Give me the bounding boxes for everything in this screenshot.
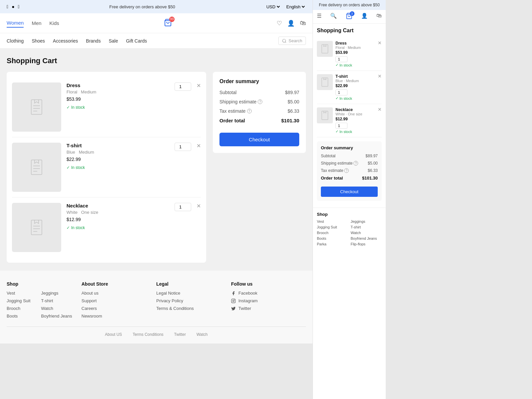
language-select[interactable]: English French	[285, 4, 306, 10]
footer-boyfriend-jeans[interactable]: Boyfriend Jeans	[41, 314, 72, 319]
footer-instagram[interactable]: Instagram	[231, 298, 306, 303]
sf-jeggings[interactable]: Jeggings	[351, 219, 382, 223]
cat-clothing[interactable]: Clothing	[7, 38, 24, 44]
nav-tab-kids[interactable]: Kids	[50, 19, 59, 27]
sf-vest[interactable]: Vest	[317, 219, 348, 223]
sf-watch[interactable]: Watch	[351, 231, 382, 235]
footer-legal-col: Legal Legal Notice Privacy Policy Terms …	[156, 281, 231, 321]
remove-item-1[interactable]: ✕	[197, 82, 201, 89]
nav-tab-men[interactable]: Men	[32, 19, 41, 27]
sf-brooch[interactable]: Brooch	[317, 231, 348, 235]
search-label: Search	[289, 38, 302, 43]
sidebar-item-img-3	[317, 107, 333, 123]
sf-boyfriend-jeans[interactable]: Boyfriend Jeans	[351, 236, 382, 240]
category-links: Clothing Shoes Accessories Brands Sale G…	[7, 38, 147, 44]
footer-support[interactable]: Support	[81, 298, 156, 303]
sidebar-remove-3[interactable]: ✕	[378, 107, 382, 112]
footer-vest[interactable]: Vest	[7, 291, 31, 296]
promo-text: Free delivery on orders above $50	[109, 4, 175, 9]
footer-facebook[interactable]: Facebook	[231, 291, 306, 296]
sidebar-tax-info[interactable]: ?	[344, 168, 349, 173]
cart-item-2: T-shirt Blue Medium $22.99 ✓ In stock ✕	[12, 137, 201, 198]
footer-boots[interactable]: Boots	[7, 314, 31, 319]
sidebar-footer-col2: Jeggings T-shirt Watch Boyfriend Jeans F…	[351, 219, 382, 248]
footer-jogging-suit[interactable]: Jogging Suit	[7, 298, 31, 303]
instagram-icon[interactable]: ●	[12, 4, 14, 9]
item-price-1: $53.99	[66, 96, 169, 102]
sidebar-footer: Shop Vest Jogging Suit Brooch Boots Park…	[313, 207, 386, 252]
footer-watch[interactable]: Watch	[41, 306, 72, 311]
sidebar-checkout-button[interactable]: Checkout	[321, 187, 378, 197]
footer-legal-notice[interactable]: Legal Notice	[156, 291, 231, 296]
nav-tab-women[interactable]: Women	[7, 19, 24, 28]
currency-select[interactable]: USD EUR	[265, 4, 281, 10]
footer-terms[interactable]: Terms & Conditions	[156, 306, 231, 311]
wishlist-icon[interactable]: ♡	[277, 20, 282, 27]
footer-privacy-policy[interactable]: Privacy Policy	[156, 298, 231, 303]
sf-flipflops[interactable]: Flip-flops	[351, 242, 382, 246]
summary-title: Order summary	[219, 78, 299, 84]
footer-careers[interactable]: Careers	[81, 306, 156, 311]
sidebar-item-stock-3: ✓ In stock	[335, 129, 382, 134]
sidebar-qty-3[interactable]	[335, 123, 347, 129]
sidebar-qty-2[interactable]	[335, 89, 347, 95]
cart-badge: 99	[169, 17, 175, 22]
tax-info-icon[interactable]: ?	[247, 109, 252, 113]
checkout-button[interactable]: Checkout	[219, 133, 299, 146]
footer-brooch[interactable]: Brooch	[7, 306, 31, 311]
sidebar-search-icon[interactable]: 🔍	[330, 13, 337, 21]
qty-input-3[interactable]	[175, 203, 191, 211]
cat-shoes[interactable]: Shoes	[32, 38, 45, 44]
footer: Shop Vest Jogging Suit Brooch Boots Jegg…	[0, 271, 313, 343]
cat-giftcards[interactable]: Gift Cards	[126, 38, 147, 44]
sidebar-remove-1[interactable]: ✕	[378, 40, 382, 46]
footer-bottom-about[interactable]: About US	[105, 332, 122, 337]
sidebar-item-img-2	[317, 74, 333, 90]
remove-item-3[interactable]: ✕	[197, 203, 201, 209]
item-stock-1: ✓ In stock	[66, 105, 169, 110]
footer-bottom-terms[interactable]: Terms Conditions	[133, 332, 164, 337]
top-bar-right: USD EUR English French	[265, 4, 306, 10]
sidebar-footer-columns: Vest Jogging Suit Brooch Boots Parka Jeg…	[317, 219, 382, 248]
remove-item-2[interactable]: ✕	[197, 143, 201, 149]
sf-jogging[interactable]: Jogging Suit	[317, 225, 348, 229]
svg-line-2	[285, 42, 286, 43]
account-icon[interactable]: 👤	[287, 20, 295, 27]
sidebar-remove-2[interactable]: ✕	[378, 73, 382, 79]
sidebar-menu-icon[interactable]: ☰	[317, 13, 322, 21]
cat-sale[interactable]: Sale	[109, 38, 118, 44]
item-name-1: Dress	[66, 82, 169, 88]
footer-bottom-twitter[interactable]: Twitter	[174, 332, 186, 337]
shipping-info-icon[interactable]: ?	[258, 99, 262, 104]
search-box[interactable]: Search	[278, 37, 306, 45]
footer-jeggings[interactable]: Jeggings	[41, 291, 72, 296]
footer-bottom-watch[interactable]: Watch	[197, 332, 208, 337]
cat-accessories[interactable]: Accessories	[53, 38, 78, 44]
sidebar-item-img-1	[317, 41, 333, 57]
item-image-2	[12, 143, 61, 192]
qty-input-2[interactable]	[175, 143, 191, 151]
footer-about-us[interactable]: About us	[81, 291, 156, 296]
cart-icon[interactable]: 99	[164, 19, 172, 28]
twitter-icon[interactable]: 	[18, 4, 20, 9]
footer-tshirt[interactable]: T-shirt	[41, 298, 72, 303]
sidebar-qty-1[interactable]	[335, 56, 347, 62]
cat-brands[interactable]: Brands	[86, 38, 101, 44]
bag-icon[interactable]: 🛍	[300, 20, 306, 27]
footer-newsroom[interactable]: Newsroom	[81, 314, 156, 319]
sidebar-shipping-info[interactable]: ?	[353, 161, 358, 166]
sidebar-summary-shipping: Shipping estimate ? $5.00	[321, 161, 378, 166]
sf-boots[interactable]: Boots	[317, 236, 348, 240]
facebook-icon[interactable]: 	[7, 4, 8, 9]
nav-tabs: Women Men Kids	[7, 19, 59, 28]
sf-tshirt[interactable]: T-shirt	[351, 225, 382, 229]
sidebar-summary-title: Order summary	[321, 145, 378, 150]
footer-about-title: About Store	[81, 281, 156, 287]
footer-follow-col: Follow us Facebook Instagram Twitter	[231, 281, 306, 321]
qty-input-1[interactable]	[175, 82, 191, 91]
sidebar-bag-icon[interactable]: 🛍	[376, 13, 382, 21]
sf-parka[interactable]: Parka	[317, 242, 348, 246]
sidebar-account-icon[interactable]: 👤	[361, 13, 368, 21]
sidebar-cart-icon[interactable]: 3	[346, 13, 352, 21]
footer-twitter[interactable]: Twitter	[231, 306, 306, 311]
